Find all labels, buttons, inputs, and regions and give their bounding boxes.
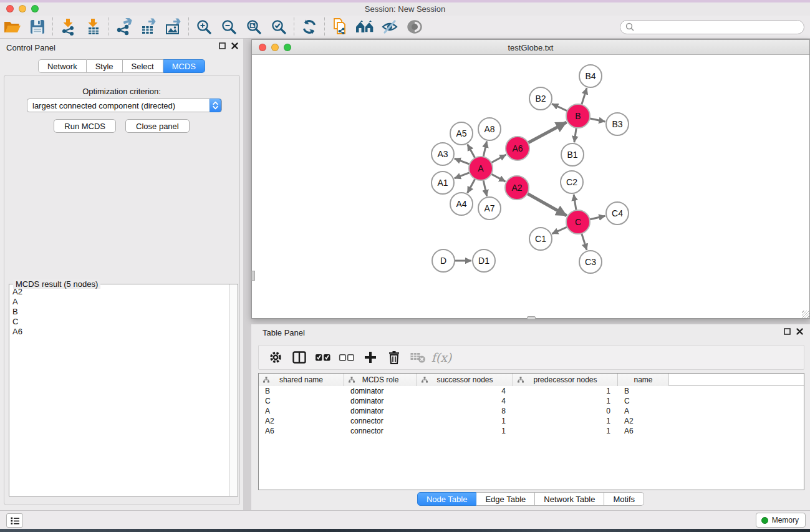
select-all-checkboxes-icon[interactable]	[311, 347, 335, 368]
network-graph[interactable]: B4B2BB3A8A5A6A3B1AA1C2A2A4A7C4CC1DD1C3	[252, 56, 809, 318]
close-panel-button[interactable]: Close panel	[125, 119, 190, 133]
table-cell: C	[618, 396, 669, 406]
graph-node-A3[interactable]: A3	[432, 143, 454, 165]
import-table-icon[interactable]	[80, 17, 105, 37]
window-edge-handle[interactable]	[251, 271, 255, 281]
open-file-icon[interactable]	[0, 17, 25, 37]
result-scrollbar[interactable]	[229, 284, 238, 496]
run-mcds-button[interactable]: Run MCDS	[54, 119, 116, 133]
export-table-icon[interactable]	[136, 17, 161, 37]
graph-node-C1[interactable]: C1	[529, 228, 552, 250]
delete-table-icon[interactable]	[406, 347, 430, 368]
svg-text:A1: A1	[437, 178, 448, 188]
svg-text:A2: A2	[511, 183, 522, 193]
result-item[interactable]: A6	[12, 327, 229, 337]
refresh-icon[interactable]	[297, 17, 322, 37]
float-panel-icon[interactable]	[219, 42, 226, 49]
table-cell: 1	[417, 426, 513, 436]
graph-node-D1[interactable]: D1	[473, 249, 495, 272]
table-settings-gear-icon[interactable]	[264, 347, 287, 368]
table-cell: A	[259, 406, 344, 416]
save-session-icon[interactable]	[25, 17, 50, 37]
tab-network-table[interactable]: Network Table	[535, 492, 604, 506]
search-input[interactable]	[620, 20, 804, 34]
function-builder-icon[interactable]: f(x)	[430, 347, 453, 368]
graph-node-D[interactable]: D	[432, 249, 455, 272]
graph-node-C2[interactable]: C2	[561, 171, 583, 193]
graph-node-B[interactable]: B	[566, 104, 590, 128]
graph-node-C3[interactable]: C3	[579, 251, 602, 273]
graph-node-A7[interactable]: A7	[478, 197, 501, 220]
criterion-dropdown[interactable]: largest connected component (directed)	[27, 99, 222, 112]
column-header-name[interactable]: name	[618, 374, 669, 386]
tab-style[interactable]: Style	[87, 59, 123, 73]
table-cell: C	[259, 396, 344, 406]
show-all-icon[interactable]	[402, 17, 427, 37]
graph-node-A2[interactable]: A2	[505, 176, 529, 200]
zoom-in-icon[interactable]	[191, 17, 216, 37]
task-history-button[interactable]	[6, 513, 23, 528]
tab-node-table[interactable]: Node Table	[417, 492, 477, 506]
hide-selected-icon[interactable]	[377, 17, 402, 37]
show-columns-icon[interactable]	[287, 347, 311, 368]
mcds-result-list[interactable]: A2ABCA6	[10, 287, 229, 495]
graph-node-B3[interactable]: B3	[606, 113, 629, 135]
table-row[interactable]: Adominator80A	[259, 406, 804, 416]
export-network-icon[interactable]	[111, 17, 136, 37]
graph-node-A5[interactable]: A5	[450, 122, 473, 145]
table-row[interactable]: Bdominator41B	[259, 386, 804, 396]
first-neighbors-icon[interactable]	[352, 17, 377, 37]
column-header-MCDS-role[interactable]: MCDS role	[344, 374, 417, 386]
zoom-fit-icon[interactable]	[241, 17, 266, 37]
main-titlebar[interactable]: Session: New Session	[0, 2, 810, 16]
network-window-titlebar[interactable]: testGlobe.txt	[252, 40, 809, 55]
close-table-panel-icon[interactable]	[796, 328, 803, 335]
graph-node-A4[interactable]: A4	[450, 193, 473, 215]
table-cell: B	[259, 386, 344, 396]
tab-motifs[interactable]: Motifs	[604, 492, 644, 506]
add-column-icon[interactable]	[359, 347, 382, 368]
tab-mcds[interactable]: MCDS	[163, 59, 205, 73]
import-network-icon[interactable]	[55, 17, 80, 37]
graph-node-C[interactable]: C	[566, 210, 590, 234]
result-item[interactable]: A2	[12, 287, 229, 297]
table-row[interactable]: Cdominator41C	[259, 396, 804, 406]
column-header-predecessor-nodes[interactable]: predecessor nodes	[513, 374, 618, 386]
graph-node-A8[interactable]: A8	[478, 118, 501, 140]
graph-node-A[interactable]: A	[469, 157, 493, 180]
tab-edge-table[interactable]: Edge Table	[476, 492, 535, 506]
network-canvas[interactable]: B4B2BB3A8A5A6A3B1AA1C2A2A4A7C4CC1DD1C3	[252, 56, 809, 318]
export-image-icon[interactable]	[161, 17, 186, 37]
table-row[interactable]: A6connector11A6	[259, 426, 804, 436]
result-item[interactable]: B	[12, 307, 229, 317]
window-bottom-grip[interactable]	[527, 316, 536, 320]
search-icon	[625, 22, 635, 32]
svg-text:B1: B1	[567, 150, 577, 160]
zoom-selected-icon[interactable]	[266, 17, 291, 37]
graph-node-B4[interactable]: B4	[579, 65, 602, 87]
zoom-out-icon[interactable]	[216, 17, 241, 37]
svg-text:C1: C1	[535, 234, 546, 244]
tab-select[interactable]: Select	[123, 59, 163, 73]
result-item[interactable]: C	[12, 317, 229, 327]
status-bar: Memory	[0, 510, 810, 529]
node-table[interactable]: shared nameMCDS rolesuccessor nodesprede…	[258, 373, 804, 490]
graph-node-B1[interactable]: B1	[561, 143, 584, 166]
result-item[interactable]: A	[12, 297, 229, 307]
graph-node-C4[interactable]: C4	[606, 202, 629, 225]
clone-network-icon[interactable]	[327, 17, 352, 37]
window-resize-grip[interactable]	[802, 311, 809, 318]
table-row[interactable]: A2connector11A2	[259, 416, 804, 426]
memory-button[interactable]: Memory	[756, 513, 806, 528]
tab-network[interactable]: Network	[38, 59, 87, 73]
delete-column-icon[interactable]	[382, 347, 406, 368]
deselect-all-checkboxes-icon[interactable]	[335, 347, 359, 368]
graph-node-B2[interactable]: B2	[529, 87, 552, 110]
column-header-shared-name[interactable]: shared name	[259, 374, 344, 386]
column-header-successor-nodes[interactable]: successor nodes	[417, 374, 513, 386]
toolbar-separator	[324, 17, 325, 36]
close-panel-icon[interactable]	[231, 42, 238, 49]
graph-node-A6[interactable]: A6	[506, 137, 529, 160]
graph-node-A1[interactable]: A1	[432, 172, 454, 194]
float-table-panel-icon[interactable]	[784, 328, 791, 335]
